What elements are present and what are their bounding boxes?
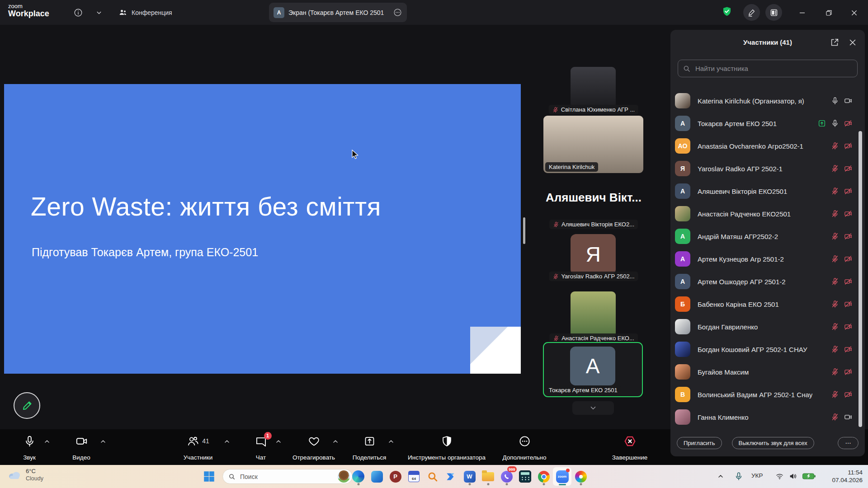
- taskbar-app-edge[interactable]: [349, 467, 368, 486]
- taskbar-search[interactable]: [222, 469, 353, 484]
- weather-condition: Cloudy: [26, 475, 43, 482]
- participant-name: Волинський Вадим АГР 2502-1 Снау: [698, 391, 812, 399]
- participant-row[interactable]: AАндрій Матяш АГР2502-2: [670, 225, 865, 248]
- taskbar-app-photos[interactable]: [571, 467, 590, 486]
- control-video[interactable]: Видео: [38, 429, 124, 465]
- annotate-pencil-icon[interactable]: [743, 4, 760, 21]
- control-host-tools[interactable]: Инструменты организатора: [404, 429, 490, 465]
- mute-all-button[interactable]: Выключить звук для всех: [732, 437, 814, 449]
- taskbar-app-search-tool[interactable]: [423, 467, 442, 486]
- participant-row[interactable]: AАртем Кузнецов Агр 2501-2: [670, 248, 865, 270]
- participant-name: Аляшевич Вікторія ЕКО2501: [698, 188, 787, 195]
- camera-off-icon: [844, 142, 852, 150]
- tab-screen-share[interactable]: A Экран (Токарєв Артем ЕКО 2501: [269, 3, 407, 22]
- participant-row[interactable]: ББабенко Каріна ЕКО 2501: [670, 293, 865, 315]
- control-end[interactable]: Завершение: [587, 429, 673, 465]
- zoom-icon: zoom: [556, 470, 569, 483]
- camera-off-icon: [844, 187, 852, 195]
- taskbar-clock[interactable]: 11:54 07.04.2026: [832, 469, 863, 484]
- participant-row[interactable]: Ганна Клименко: [670, 406, 865, 428]
- tile-name-label: Katerina Kirilchuk: [545, 162, 598, 172]
- chevron-up-icon[interactable]: [99, 438, 107, 445]
- taskbar-app-fl64[interactable]: 64: [405, 467, 423, 486]
- control-share[interactable]: Поделиться: [326, 429, 412, 465]
- participant-row[interactable]: Katerina Kirilchuk (Организатор, я): [670, 89, 865, 112]
- participant-row[interactable]: AАртем Ошкодер АГР 2501-2: [670, 270, 865, 293]
- participant-search-input[interactable]: [694, 64, 853, 73]
- wifi-icon[interactable]: [775, 472, 784, 481]
- taskbar-app-viber[interactable]: 999: [497, 467, 516, 486]
- share-scrollbar[interactable]: [523, 217, 525, 244]
- participant-row[interactable]: Богдан Гавриленко: [670, 315, 865, 338]
- chevron-up-icon[interactable]: [387, 438, 395, 445]
- close-icon[interactable]: [847, 6, 861, 19]
- participant-row[interactable]: AOAnastasia Ovcharenko Агро2502-1: [670, 135, 865, 157]
- participant-row[interactable]: ВВолинський Вадим АГР 2502-1 Снау: [670, 383, 865, 406]
- participant-row[interactable]: AТокарєв Артем ЕКО 2501: [670, 112, 865, 135]
- mic-icon: [831, 119, 839, 127]
- active-speaker-tile[interactable]: AТокарєв Артем ЕКО 2501: [543, 342, 643, 397]
- tab-conference[interactable]: Конференция: [118, 0, 172, 25]
- camera-icon: [844, 97, 852, 105]
- explorer-icon: [482, 472, 494, 481]
- people-icon: [118, 8, 127, 17]
- tray-date: 07.04.2026: [832, 476, 863, 484]
- mic-off-icon: [831, 345, 839, 353]
- participant-row[interactable]: Богдан Кошовий АГР 2502-1 СНАУ: [670, 338, 865, 361]
- weather-widget[interactable]: 6°C Cloudy: [7, 468, 43, 482]
- participant-row[interactable]: ЯYaroslav Radko АГР 2502-1: [670, 157, 865, 180]
- camera-off-icon: [844, 164, 852, 173]
- taskbar-app-outlook[interactable]: [368, 467, 386, 486]
- tab-more-icon[interactable]: [393, 8, 402, 17]
- invite-button[interactable]: Пригласить: [677, 437, 722, 449]
- participant-row[interactable]: AАляшевич Вікторія ЕКО2501: [670, 180, 865, 202]
- chevron-down-icon[interactable]: [95, 9, 103, 17]
- taskbar-app-pycharm[interactable]: P: [386, 467, 405, 486]
- camera-off-icon: [844, 323, 852, 331]
- taskbar-app-power-automate[interactable]: [442, 467, 460, 486]
- battery-icon[interactable]: [802, 473, 816, 480]
- participant-avatar: Б: [675, 296, 690, 312]
- control-more[interactable]: Дополнительно: [481, 429, 567, 465]
- brand-workplace: Workplace: [8, 9, 49, 18]
- view-layout-icon[interactable]: [765, 4, 782, 21]
- taskbar-app-zoom[interactable]: zoom: [553, 467, 571, 486]
- start-button[interactable]: [203, 470, 215, 483]
- close-panel-icon[interactable]: [848, 38, 858, 47]
- taskbar-app-word[interactable]: W: [460, 467, 479, 486]
- strip-collapse-button[interactable]: [572, 401, 614, 415]
- tray-mic-icon[interactable]: [734, 471, 743, 481]
- taskbar-app-chrome[interactable]: [534, 467, 553, 486]
- camera-icon: [844, 413, 852, 421]
- minimize-icon[interactable]: [795, 6, 809, 19]
- camera-off-icon: [844, 119, 852, 127]
- video-tile-avatar[interactable]: Я: [571, 234, 616, 275]
- taskbar-app-calculator[interactable]: [516, 467, 534, 486]
- taskbar-search-input[interactable]: [239, 473, 334, 481]
- search-highlight-image[interactable]: [338, 470, 350, 483]
- restore-window-icon[interactable]: [822, 6, 835, 19]
- cam-icon: [75, 435, 88, 447]
- search-icon: [228, 473, 236, 480]
- video-tile[interactable]: [571, 291, 616, 338]
- more-options-button[interactable]: ⋯: [838, 437, 859, 449]
- control-label: Завершение: [612, 454, 648, 461]
- search-tool-icon: [427, 471, 439, 483]
- language-indicator[interactable]: УКР: [751, 472, 763, 479]
- security-shield-icon[interactable]: [722, 5, 732, 17]
- info-icon[interactable]: [73, 8, 83, 18]
- annotation-pencil-button[interactable]: [14, 392, 40, 419]
- participants-count: 41: [202, 437, 209, 445]
- participants-scrollbar[interactable]: [859, 131, 862, 427]
- chat-unread-badge: 1: [264, 432, 272, 440]
- windows-taskbar: 6°C Cloudy P64W999zoom УКР 1: [0, 465, 868, 488]
- pop-out-icon[interactable]: [830, 38, 840, 47]
- tray-chevron-up-icon[interactable]: [717, 473, 724, 480]
- participant-row[interactable]: Бугайов Максим: [670, 361, 865, 383]
- taskbar-app-explorer[interactable]: [479, 467, 497, 486]
- outlook-icon: [371, 471, 383, 483]
- fl64-icon: 64: [408, 471, 420, 482]
- participant-row[interactable]: Анастасія Радченко ЕКО2501: [670, 202, 865, 225]
- volume-icon[interactable]: [788, 472, 798, 481]
- participant-search[interactable]: [678, 60, 858, 77]
